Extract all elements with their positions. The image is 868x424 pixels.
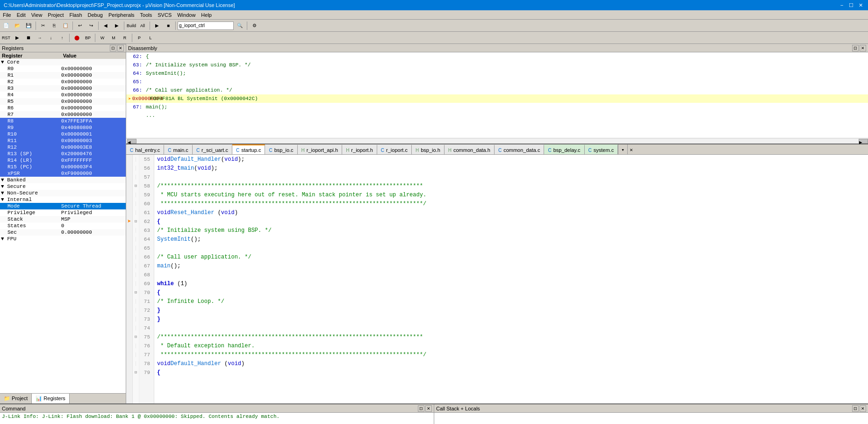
bp-enable-btn[interactable]: BP (83, 33, 93, 43)
tab-bsp-io[interactable]: C bsp_io.c (265, 144, 297, 155)
bp-gutter-row[interactable] (126, 190, 132, 199)
bp-gutter-row[interactable] (126, 244, 132, 252)
fold-gutter-row[interactable]: ⊟ (133, 332, 139, 341)
open-btn[interactable]: 📂 (12, 21, 22, 30)
tab-close-btn[interactable]: ✕ (627, 144, 635, 155)
fold-gutter-row[interactable]: ⊟ (133, 368, 139, 377)
breakpoint-btn[interactable]: ⬤ (72, 33, 82, 43)
fold-gutter-row[interactable]: ⊟ (133, 288, 139, 297)
nav-back-btn[interactable]: ◀ (100, 21, 111, 30)
redo-btn[interactable]: ↪ (86, 21, 96, 30)
menu-debug[interactable]: Debug (85, 11, 106, 19)
tab-bsp-io-h[interactable]: H bsp_io.h (412, 144, 445, 155)
bp-gutter-row[interactable] (126, 270, 132, 279)
nav-fwd-btn[interactable]: ▶ (112, 21, 122, 30)
expand-icon[interactable]: ▼ (1, 197, 4, 202)
scroll-right-btn[interactable]: ▶ (859, 139, 868, 144)
minimize-button[interactable]: − (838, 1, 846, 9)
bp-gutter-row[interactable] (126, 297, 132, 306)
cut-btn[interactable]: ✂ (38, 21, 48, 30)
save-btn[interactable]: 💾 (23, 21, 34, 30)
bp-gutter-row[interactable] (126, 315, 132, 323)
regs-btn[interactable]: R (120, 33, 130, 43)
tab-hal-entry[interactable]: C hal_entry.c (126, 144, 164, 155)
disasm-scrollbar[interactable]: ◀ ▶ (126, 138, 868, 144)
registers-float-btn[interactable]: ⊡ (110, 45, 116, 51)
code-view[interactable]: ➤ │││⊟│││⊟│││││││⊟││││⊟│││⊟ 555657585960… (126, 155, 868, 403)
debug-stepin-btn[interactable]: ↓ (46, 33, 56, 43)
tab-common-data-c[interactable]: C common_data.c (495, 144, 545, 155)
registers-close-btn[interactable]: ✕ (117, 45, 124, 51)
menu-tools[interactable]: Tools (137, 11, 155, 19)
debug-stepout-btn[interactable]: ↑ (57, 33, 67, 43)
bp-gutter-row[interactable] (126, 261, 132, 270)
close-button[interactable]: ✕ (857, 1, 864, 9)
bp-gutter-row[interactable] (126, 323, 132, 332)
tab-project[interactable]: 📁 Project (0, 394, 32, 403)
tab-r-ioport-h[interactable]: H r_ioport.h (342, 144, 377, 155)
fold-open-icon[interactable]: ⊟ (135, 334, 137, 339)
menu-file[interactable]: File (0, 11, 14, 19)
bp-gutter-row[interactable] (126, 235, 132, 244)
fold-gutter-row[interactable]: ⊟ (133, 181, 139, 190)
bp-gutter-row[interactable] (126, 279, 132, 288)
bp-gutter-row[interactable] (126, 155, 132, 164)
menu-svcs[interactable]: SVCS (155, 11, 174, 19)
fold-open-icon[interactable]: ⊟ (135, 370, 137, 375)
bp-gutter-row[interactable] (126, 208, 132, 217)
debug-stepover-btn[interactable]: → (35, 33, 45, 43)
fold-open-icon[interactable]: ⊟ (135, 219, 137, 224)
debug-reset-btn[interactable]: RST (1, 33, 11, 43)
bp-gutter-row[interactable] (126, 350, 132, 359)
tab-r-sci-uart[interactable]: C r_sci_uart.c (193, 144, 232, 155)
bp-gutter-row[interactable]: ➤ (126, 217, 132, 226)
paste-btn[interactable]: 📋 (60, 21, 71, 30)
logic-btn[interactable]: L (145, 33, 156, 43)
expand-icon[interactable]: ▼ (1, 190, 4, 196)
tab-system-c[interactable]: C system.c (585, 144, 618, 155)
disasm-float-btn[interactable]: ⊡ (852, 45, 859, 51)
bp-gutter-row[interactable] (126, 226, 132, 235)
bp-gutter-row[interactable] (126, 164, 132, 172)
undo-btn[interactable]: ↩ (75, 21, 85, 30)
bp-gutter-row[interactable] (126, 172, 132, 181)
menu-flash[interactable]: Flash (67, 11, 85, 19)
copy-btn[interactable]: ⎘ (49, 21, 59, 30)
debug-run-btn[interactable]: ▶ (12, 33, 22, 43)
code-content[interactable]: void Default_Handler(void);int32_t main(… (154, 155, 426, 403)
fold-open-icon[interactable]: ⊟ (135, 290, 137, 295)
disasm-close-btn[interactable]: ✕ (860, 45, 866, 51)
expand-icon[interactable]: ▼ (1, 184, 4, 189)
scroll-left-btn[interactable]: ◀ (127, 139, 136, 144)
tab-registers[interactable]: 📊 Registers (32, 394, 70, 403)
fold-open-icon[interactable]: ⊟ (135, 183, 137, 188)
bp-gutter-row[interactable] (126, 288, 132, 297)
search-btn[interactable]: 🔍 (235, 21, 245, 30)
tab-r-ioport-api-h[interactable]: H r_ioport_api.h (298, 144, 343, 155)
bp-gutter-row[interactable] (126, 341, 132, 350)
build-btn[interactable]: Build (126, 21, 136, 30)
search-input[interactable] (178, 22, 234, 30)
bp-gutter-row[interactable] (126, 252, 132, 261)
perf-btn[interactable]: P (134, 33, 144, 43)
maximize-button[interactable]: ☐ (847, 1, 855, 9)
menu-view[interactable]: View (29, 11, 45, 19)
expand-icon[interactable]: ▼ (1, 177, 4, 183)
bp-gutter-row[interactable] (126, 359, 132, 368)
callstack-close-btn[interactable]: ✕ (860, 405, 866, 412)
tab-bsp-delay-c[interactable]: C bsp_delay.c (544, 144, 584, 155)
bp-gutter-row[interactable] (126, 332, 132, 341)
menu-help[interactable]: Help (198, 11, 215, 19)
menu-peripherals[interactable]: Peripherals (106, 11, 137, 19)
tab-r-ioport-c[interactable]: C r_ioport.c (377, 144, 412, 155)
command-float-btn[interactable]: ⊡ (418, 405, 424, 412)
tab-main[interactable]: C main.c (164, 144, 193, 155)
debug-stop-btn[interactable]: ■ (163, 21, 173, 30)
callstack-float-btn[interactable]: ⊡ (852, 405, 859, 412)
tab-common-data-h[interactable]: H common_data.h (445, 144, 495, 155)
settings-btn[interactable]: ⚙ (249, 21, 259, 30)
bp-gutter-row[interactable] (126, 181, 132, 190)
new-file-btn[interactable]: 📄 (1, 21, 11, 30)
memory-btn[interactable]: M (108, 33, 119, 43)
watch-btn[interactable]: W (97, 33, 108, 43)
